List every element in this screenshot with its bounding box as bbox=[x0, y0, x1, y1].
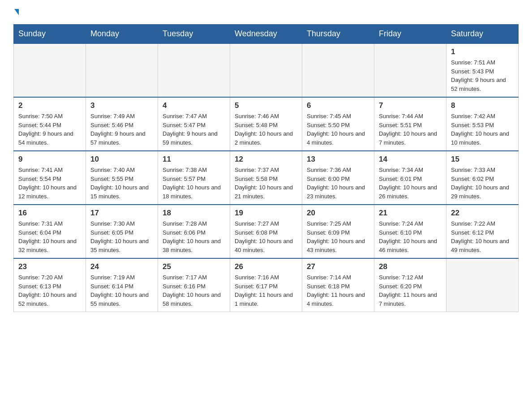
weekday-header-tuesday: Tuesday bbox=[158, 25, 230, 44]
calendar-cell: 15Sunrise: 7:33 AMSunset: 6:02 PMDayligh… bbox=[446, 151, 519, 205]
day-info: Sunrise: 7:17 AMSunset: 6:16 PMDaylight:… bbox=[163, 273, 225, 308]
day-info: Sunrise: 7:34 AMSunset: 6:01 PMDaylight:… bbox=[379, 166, 442, 201]
calendar-cell: 26Sunrise: 7:16 AMSunset: 6:17 PMDayligh… bbox=[230, 258, 302, 312]
day-info: Sunrise: 7:37 AMSunset: 5:58 PMDaylight:… bbox=[235, 166, 297, 201]
day-number: 10 bbox=[90, 155, 153, 164]
day-number: 4 bbox=[163, 101, 225, 110]
day-number: 11 bbox=[163, 155, 225, 164]
calendar-cell: 24Sunrise: 7:19 AMSunset: 6:14 PMDayligh… bbox=[86, 258, 158, 312]
calendar-cell: 16Sunrise: 7:31 AMSunset: 6:04 PMDayligh… bbox=[14, 205, 86, 258]
calendar-cell bbox=[230, 43, 302, 97]
day-info: Sunrise: 7:20 AMSunset: 6:13 PMDaylight:… bbox=[18, 273, 81, 308]
day-number: 25 bbox=[163, 262, 225, 271]
calendar-cell: 27Sunrise: 7:14 AMSunset: 6:18 PMDayligh… bbox=[302, 258, 374, 312]
day-number: 20 bbox=[307, 209, 369, 218]
calendar-cell: 20Sunrise: 7:25 AMSunset: 6:09 PMDayligh… bbox=[302, 205, 374, 258]
calendar-week-row: 9Sunrise: 7:41 AMSunset: 5:54 PMDaylight… bbox=[14, 151, 519, 205]
calendar-cell: 14Sunrise: 7:34 AMSunset: 6:01 PMDayligh… bbox=[374, 151, 446, 205]
calendar-cell: 8Sunrise: 7:42 AMSunset: 5:53 PMDaylight… bbox=[446, 97, 519, 151]
calendar-cell: 10Sunrise: 7:40 AMSunset: 5:55 PMDayligh… bbox=[86, 151, 158, 205]
calendar-cell: 1Sunrise: 7:51 AMSunset: 5:43 PMDaylight… bbox=[446, 43, 519, 97]
calendar-cell: 22Sunrise: 7:22 AMSunset: 6:12 PMDayligh… bbox=[446, 205, 519, 258]
calendar-cell bbox=[374, 43, 446, 97]
day-info: Sunrise: 7:42 AMSunset: 5:53 PMDaylight:… bbox=[451, 112, 514, 147]
day-info: Sunrise: 7:49 AMSunset: 5:46 PMDaylight:… bbox=[90, 112, 153, 147]
day-number: 14 bbox=[379, 155, 442, 164]
day-info: Sunrise: 7:46 AMSunset: 5:48 PMDaylight:… bbox=[235, 112, 297, 147]
day-info: Sunrise: 7:44 AMSunset: 5:51 PMDaylight:… bbox=[379, 112, 442, 147]
day-info: Sunrise: 7:27 AMSunset: 6:08 PMDaylight:… bbox=[235, 219, 297, 254]
day-number: 28 bbox=[379, 262, 442, 271]
day-info: Sunrise: 7:36 AMSunset: 6:00 PMDaylight:… bbox=[307, 166, 369, 201]
calendar-cell bbox=[446, 258, 519, 312]
calendar-cell bbox=[14, 43, 86, 97]
calendar-cell: 18Sunrise: 7:28 AMSunset: 6:06 PMDayligh… bbox=[158, 205, 230, 258]
day-info: Sunrise: 7:12 AMSunset: 6:20 PMDaylight:… bbox=[379, 273, 442, 308]
day-info: Sunrise: 7:19 AMSunset: 6:14 PMDaylight:… bbox=[90, 273, 153, 308]
day-info: Sunrise: 7:45 AMSunset: 5:50 PMDaylight:… bbox=[307, 112, 369, 147]
calendar-week-row: 1Sunrise: 7:51 AMSunset: 5:43 PMDaylight… bbox=[14, 43, 519, 97]
day-number: 17 bbox=[90, 209, 153, 218]
calendar-cell: 6Sunrise: 7:45 AMSunset: 5:50 PMDaylight… bbox=[302, 97, 374, 151]
weekday-header-thursday: Thursday bbox=[302, 25, 374, 44]
day-number: 27 bbox=[307, 262, 369, 271]
day-number: 15 bbox=[451, 155, 514, 164]
weekday-header-monday: Monday bbox=[86, 25, 158, 44]
calendar-week-row: 16Sunrise: 7:31 AMSunset: 6:04 PMDayligh… bbox=[14, 205, 519, 258]
calendar-cell: 5Sunrise: 7:46 AMSunset: 5:48 PMDaylight… bbox=[230, 97, 302, 151]
calendar-cell: 3Sunrise: 7:49 AMSunset: 5:46 PMDaylight… bbox=[86, 97, 158, 151]
day-info: Sunrise: 7:24 AMSunset: 6:10 PMDaylight:… bbox=[379, 219, 442, 254]
calendar-cell bbox=[86, 43, 158, 97]
calendar-cell: 25Sunrise: 7:17 AMSunset: 6:16 PMDayligh… bbox=[158, 258, 230, 312]
calendar-cell: 2Sunrise: 7:50 AMSunset: 5:44 PMDaylight… bbox=[14, 97, 86, 151]
calendar-cell: 23Sunrise: 7:20 AMSunset: 6:13 PMDayligh… bbox=[14, 258, 86, 312]
day-info: Sunrise: 7:22 AMSunset: 6:12 PMDaylight:… bbox=[451, 219, 514, 254]
day-number: 6 bbox=[307, 101, 369, 110]
calendar-week-row: 2Sunrise: 7:50 AMSunset: 5:44 PMDaylight… bbox=[14, 97, 519, 151]
day-number: 24 bbox=[90, 262, 153, 271]
weekday-header-row: SundayMondayTuesdayWednesdayThursdayFrid… bbox=[14, 25, 519, 44]
day-number: 18 bbox=[163, 209, 225, 218]
weekday-header-wednesday: Wednesday bbox=[230, 25, 302, 44]
day-info: Sunrise: 7:14 AMSunset: 6:18 PMDaylight:… bbox=[307, 273, 369, 308]
day-number: 26 bbox=[235, 262, 297, 271]
calendar-week-row: 23Sunrise: 7:20 AMSunset: 6:13 PMDayligh… bbox=[14, 258, 519, 312]
day-info: Sunrise: 7:28 AMSunset: 6:06 PMDaylight:… bbox=[163, 219, 225, 254]
weekday-header-sunday: Sunday bbox=[14, 25, 86, 44]
day-info: Sunrise: 7:40 AMSunset: 5:55 PMDaylight:… bbox=[90, 166, 153, 201]
day-number: 19 bbox=[235, 209, 297, 218]
day-info: Sunrise: 7:25 AMSunset: 6:09 PMDaylight:… bbox=[307, 219, 369, 254]
day-info: Sunrise: 7:31 AMSunset: 6:04 PMDaylight:… bbox=[18, 219, 81, 254]
calendar-cell: 11Sunrise: 7:38 AMSunset: 5:57 PMDayligh… bbox=[158, 151, 230, 205]
day-number: 22 bbox=[451, 209, 514, 218]
day-number: 3 bbox=[90, 101, 153, 110]
calendar-cell bbox=[302, 43, 374, 97]
day-info: Sunrise: 7:50 AMSunset: 5:44 PMDaylight:… bbox=[18, 112, 81, 147]
day-number: 5 bbox=[235, 101, 297, 110]
calendar-cell: 13Sunrise: 7:36 AMSunset: 6:00 PMDayligh… bbox=[302, 151, 374, 205]
weekday-header-saturday: Saturday bbox=[446, 25, 519, 44]
day-info: Sunrise: 7:30 AMSunset: 6:05 PMDaylight:… bbox=[90, 219, 153, 254]
calendar-cell: 4Sunrise: 7:47 AMSunset: 5:47 PMDaylight… bbox=[158, 97, 230, 151]
logo-arrow-icon bbox=[14, 9, 19, 15]
day-number: 1 bbox=[451, 47, 514, 56]
logo bbox=[13, 9, 19, 15]
calendar-cell: 9Sunrise: 7:41 AMSunset: 5:54 PMDaylight… bbox=[14, 151, 86, 205]
calendar-cell: 28Sunrise: 7:12 AMSunset: 6:20 PMDayligh… bbox=[374, 258, 446, 312]
day-number: 13 bbox=[307, 155, 369, 164]
calendar-cell: 7Sunrise: 7:44 AMSunset: 5:51 PMDaylight… bbox=[374, 97, 446, 151]
day-number: 23 bbox=[18, 262, 81, 271]
day-number: 9 bbox=[18, 155, 81, 164]
day-info: Sunrise: 7:51 AMSunset: 5:43 PMDaylight:… bbox=[451, 58, 514, 93]
day-number: 16 bbox=[18, 209, 81, 218]
day-number: 21 bbox=[379, 209, 442, 218]
calendar-cell: 19Sunrise: 7:27 AMSunset: 6:08 PMDayligh… bbox=[230, 205, 302, 258]
calendar-cell: 17Sunrise: 7:30 AMSunset: 6:05 PMDayligh… bbox=[86, 205, 158, 258]
day-number: 7 bbox=[379, 101, 442, 110]
calendar-cell: 12Sunrise: 7:37 AMSunset: 5:58 PMDayligh… bbox=[230, 151, 302, 205]
day-info: Sunrise: 7:16 AMSunset: 6:17 PMDaylight:… bbox=[235, 273, 297, 308]
day-info: Sunrise: 7:47 AMSunset: 5:47 PMDaylight:… bbox=[163, 112, 225, 147]
calendar-cell bbox=[158, 43, 230, 97]
page-header bbox=[13, 9, 519, 15]
calendar-table: SundayMondayTuesdayWednesdayThursdayFrid… bbox=[13, 24, 519, 312]
